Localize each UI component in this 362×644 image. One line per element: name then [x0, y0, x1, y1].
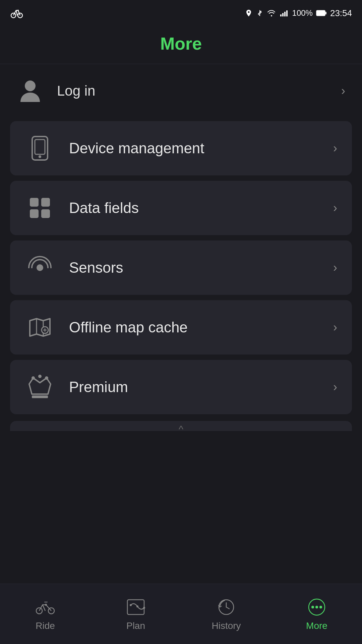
bike-icon	[10, 6, 23, 20]
menu-item-sensors[interactable]: Sensors ›	[10, 240, 352, 295]
nav-label-plan: Plan	[126, 621, 145, 631]
status-bar: 100% 23:54	[0, 0, 362, 23]
user-icon	[17, 77, 44, 104]
svg-rect-3	[280, 14, 282, 16]
nav-label-ride: Ride	[36, 621, 55, 631]
svg-point-25	[45, 604, 47, 606]
svg-point-20	[32, 376, 35, 380]
battery-icon	[316, 9, 327, 17]
svg-point-12	[39, 155, 41, 158]
wifi-icon	[267, 9, 276, 17]
sensors-label: Sensors	[69, 259, 333, 276]
status-icons: 100% 23:54	[245, 8, 352, 18]
premium-icon	[25, 372, 55, 402]
bottom-nav: Ride Plan History	[0, 584, 362, 644]
menu-list: Device management › Data fields › S	[0, 118, 362, 418]
login-row[interactable]: Log in ›	[0, 64, 362, 118]
nav-label-history: History	[212, 621, 241, 631]
svg-point-34	[319, 606, 322, 608]
svg-rect-4	[282, 13, 284, 16]
data-fields-chevron: ›	[333, 201, 337, 215]
svg-rect-13	[30, 198, 39, 207]
svg-point-22	[38, 375, 42, 378]
history-icon	[216, 597, 236, 617]
nav-label-more: More	[306, 621, 327, 631]
signal-icon	[280, 9, 289, 17]
svg-rect-11	[35, 140, 45, 154]
status-left	[10, 6, 23, 20]
svg-rect-5	[284, 12, 286, 16]
offline-map-icon	[25, 312, 55, 342]
svg-point-21	[45, 376, 48, 380]
more-nav-icon	[307, 597, 327, 617]
ride-icon	[35, 597, 55, 617]
menu-item-premium[interactable]: Premium ›	[10, 360, 352, 414]
svg-rect-26	[127, 600, 144, 614]
partial-chevron-up: ^	[179, 424, 183, 435]
svg-point-32	[311, 606, 314, 608]
svg-rect-8	[325, 12, 326, 14]
data-fields-icon	[25, 193, 55, 223]
device-management-icon	[25, 133, 55, 163]
sensors-icon	[25, 253, 55, 283]
menu-item-device-management[interactable]: Device management ›	[10, 121, 352, 175]
menu-item-offline-map-cache[interactable]: Offline map cache ›	[10, 300, 352, 355]
svg-point-27	[130, 604, 132, 606]
status-time: 23:54	[330, 8, 352, 18]
page-header: More	[0, 23, 362, 64]
device-management-chevron: ›	[333, 141, 337, 155]
offline-map-cache-chevron: ›	[333, 320, 337, 334]
partial-menu-item: ^	[10, 421, 352, 431]
nav-item-more[interactable]: More	[272, 597, 362, 631]
bluetooth-icon	[256, 9, 263, 17]
svg-rect-6	[286, 10, 288, 16]
login-label: Log in	[57, 83, 341, 99]
svg-point-29	[143, 607, 145, 609]
sensors-chevron: ›	[333, 261, 337, 275]
svg-point-33	[315, 606, 318, 608]
data-fields-label: Data fields	[69, 200, 333, 216]
svg-rect-7	[316, 10, 325, 16]
svg-rect-15	[30, 209, 39, 218]
svg-point-2	[17, 10, 19, 11]
location-icon	[245, 9, 253, 17]
plan-icon	[126, 597, 146, 617]
page-title: More	[160, 34, 202, 54]
svg-point-9	[25, 80, 36, 91]
menu-item-data-fields[interactable]: Data fields ›	[10, 181, 352, 235]
nav-item-ride[interactable]: Ride	[0, 597, 90, 631]
device-management-label: Device management	[69, 140, 333, 157]
svg-rect-16	[41, 209, 50, 218]
premium-chevron: ›	[333, 380, 337, 394]
svg-rect-19	[32, 395, 48, 398]
login-chevron: ›	[341, 84, 345, 98]
svg-point-17	[37, 264, 43, 271]
battery-text: 100%	[292, 8, 313, 18]
svg-rect-14	[41, 198, 50, 207]
nav-item-plan[interactable]: Plan	[90, 597, 181, 631]
svg-point-28	[136, 605, 138, 607]
premium-label: Premium	[69, 379, 333, 395]
nav-item-history[interactable]: History	[181, 597, 272, 631]
offline-map-cache-label: Offline map cache	[69, 319, 333, 336]
